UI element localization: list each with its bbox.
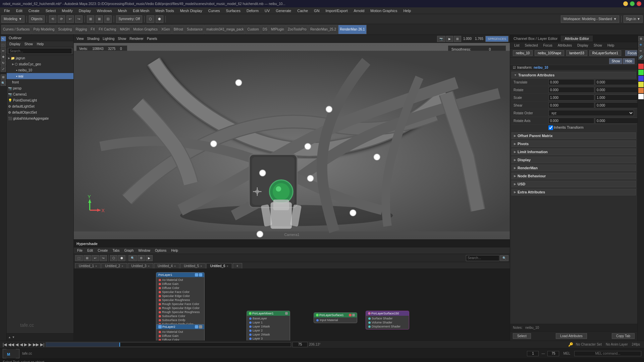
vp-shade-btn[interactable]: SPRGFACES — [485, 36, 508, 42]
wireframe-btn[interactable]: ⬢ — [156, 15, 163, 23]
outliner-item-camera1[interactable]: 📷 Camera1 — [7, 91, 73, 97]
hs-menu-file[interactable]: File — [75, 248, 85, 253]
workspace-dropdown[interactable]: Workspace: Modeling - Standard ▼ — [561, 15, 619, 23]
shelf-rm26[interactable]: RenderMan 26.1 — [338, 25, 367, 34]
hs-tab-close-icon[interactable]: × — [174, 264, 176, 268]
select-tool-btn[interactable]: ↖ — [1, 36, 6, 42]
menu-deform[interactable]: Deform — [244, 8, 261, 13]
hs-tab-1[interactable]: Untitled_1 × — [75, 263, 101, 268]
menu-display[interactable]: Display — [76, 8, 94, 13]
outliner-item-globalvol[interactable]: ⬛ globalVolumeAggregate — [7, 115, 73, 121]
hs-tool-4[interactable]: ↪ — [100, 255, 107, 261]
hs-tool-7[interactable]: 🔍 — [128, 255, 137, 261]
hypershade-node-canvas[interactable]: PorLayer1 Ao Material Out Diffuse Gain D… — [74, 269, 510, 341]
inherits-transform-checkbox[interactable] — [548, 125, 553, 130]
viewport-menu-panels[interactable]: Panels — [146, 37, 159, 41]
tl-next-frame-btn[interactable]: ▶▶ — [33, 342, 39, 347]
shelf-zoo[interactable]: ZooToolsPro — [286, 25, 308, 34]
shelf-curves[interactable]: Curves / Surfaces — [1, 25, 31, 34]
snap-to-grid-btn[interactable]: ⊞ — [1, 74, 6, 80]
ae-tab-show[interactable]: Show — [591, 43, 605, 48]
usd-section-header[interactable]: ▶ USD — [512, 181, 636, 187]
tl-key-type-btn[interactable]: 🔑 — [568, 342, 573, 347]
hs-tab-close-icon[interactable]: × — [200, 264, 202, 268]
edge-btn-eye[interactable]: 👁 — [638, 42, 644, 48]
ae-tab-focus[interactable]: Focus — [540, 43, 555, 48]
tl-next-key-btn[interactable]: ▶ — [29, 342, 32, 347]
hs-tab-2[interactable]: Untitled_2 × — [101, 263, 127, 268]
hs-tab-5[interactable]: Untitled_5 × — [180, 263, 206, 268]
shelf-fx-caching[interactable]: FX Caching — [97, 25, 118, 34]
rotate-axis-y-field[interactable] — [595, 118, 637, 124]
show-btn[interactable]: Show — [609, 58, 622, 64]
hs-tool-9[interactable]: ▶ — [146, 255, 153, 261]
rotate-btn[interactable]: ↻ — [1, 60, 6, 66]
outliner-item-front[interactable]: front — [7, 79, 73, 85]
menu-curves[interactable]: Curves — [206, 8, 223, 13]
shelf-poly[interactable]: Poly Modeling — [32, 25, 56, 34]
snap-btn-2[interactable]: ⊠ — [96, 15, 103, 23]
search-input[interactable] — [8, 48, 72, 54]
color-red-swatch[interactable] — [638, 64, 644, 69]
sign-in-btn[interactable]: Sign in ▼ — [624, 15, 643, 23]
rotate-axis-x-field[interactable] — [548, 118, 594, 124]
rp-tab-channel-box[interactable]: Channel Box / Layer Editor — [510, 36, 561, 42]
viewport-menu-lighting[interactable]: Lighting — [101, 37, 116, 41]
display-section-header[interactable]: ▶ Display — [512, 157, 636, 163]
hs-search-btn[interactable]: 🔍 — [500, 255, 508, 261]
color-green-swatch[interactable] — [638, 70, 644, 75]
menu-cache[interactable]: Cache — [294, 8, 311, 13]
hs-tool-6[interactable]: ⬢ — [118, 255, 125, 261]
tl-play-forward-btn[interactable]: ▶ — [24, 342, 27, 347]
hs-menu-graph[interactable]: Graph — [122, 248, 136, 253]
vp-render-btn[interactable]: ▶ — [446, 36, 453, 42]
shelf-fx[interactable]: FX — [89, 25, 97, 34]
node-name-btn-neibu10[interactable]: neibu_10 — [513, 50, 533, 56]
scale-btn[interactable]: ⤢ — [1, 66, 6, 72]
tl-go-start-btn[interactable]: |◀ — [3, 342, 7, 347]
sym-btn[interactable]: Symmetry: Off — [116, 15, 142, 23]
rotate-y-field[interactable] — [595, 87, 637, 93]
color-blue-swatch[interactable] — [638, 76, 644, 81]
shelf-mash[interactable]: MASH — [118, 25, 131, 34]
snap-btn-1[interactable]: ⊞ — [87, 15, 94, 23]
hs-tab-close-icon[interactable]: × — [95, 264, 97, 268]
menu-edit[interactable]: Edit — [13, 8, 25, 13]
color-orange-swatch[interactable] — [638, 88, 644, 93]
hs-tab-4[interactable]: Untitled_4 × — [154, 263, 179, 268]
viewport-menu-shading[interactable]: Shading — [86, 37, 101, 41]
modeling-dropdown[interactable]: Modeling ▼ — [1, 15, 24, 23]
transform-btn-3[interactable]: ↩ — [66, 15, 74, 23]
outliner-item-persp[interactable]: 📷 persp — [7, 85, 73, 91]
menu-surfaces[interactable]: Surfaces — [223, 8, 243, 13]
outliner-item-studiocyc[interactable]: ▶ ⬡ studioCyc_geo — [7, 61, 73, 67]
transform-section-header[interactable]: ▼ Transform Attributes — [512, 72, 636, 78]
hide-btn[interactable]: Hide — [623, 58, 635, 64]
snap-btn-3[interactable]: ⊡ — [104, 15, 112, 23]
rp-tab-attr-editor[interactable]: Attribute Editor — [561, 36, 593, 42]
menu-windows[interactable]: Windows — [94, 8, 115, 13]
translate-x-field[interactable] — [548, 79, 594, 85]
hs-menu-window[interactable]: Window — [136, 248, 152, 253]
shelf-mf[interactable]: MfPlugin — [269, 25, 286, 34]
tl-go-end-btn[interactable]: ▶| — [40, 342, 44, 347]
copy-tab-btn[interactable]: Copy Tab — [612, 333, 635, 339]
outliner-item-light[interactable]: 💡 PointDomeLight — [7, 97, 73, 103]
move-btn[interactable]: ✥ — [1, 54, 6, 60]
limit-info-header[interactable]: ▶ Limit Information — [512, 148, 636, 155]
timeline-track[interactable] — [46, 342, 291, 347]
close-btn[interactable]: × — [637, 1, 641, 6]
scale-x-field[interactable] — [548, 95, 594, 101]
hs-menu-help[interactable]: Help — [169, 248, 180, 253]
translate-y-field[interactable] — [595, 79, 637, 85]
xray-btn[interactable]: ⬡ — [147, 15, 154, 23]
hs-menu-tabs[interactable]: Tabs — [110, 248, 121, 253]
hs-tool-3[interactable]: ↩ — [92, 255, 99, 261]
renderman-section-header[interactable]: ▶ RenderMan — [512, 165, 636, 171]
rotate-x-field[interactable] — [548, 87, 594, 93]
outliner-item-defobjset[interactable]: ⚙ defaultObjectSet — [7, 109, 73, 115]
hs-menu-edit[interactable]: Edit — [85, 248, 95, 253]
edge-btn-3[interactable]: ✏ — [638, 48, 644, 54]
vp-grid-btn[interactable]: ⊞ — [454, 36, 461, 42]
node-porlayersurface150[interactable]: PorLayerSurface150 Surface Shader Volume… — [366, 311, 409, 329]
